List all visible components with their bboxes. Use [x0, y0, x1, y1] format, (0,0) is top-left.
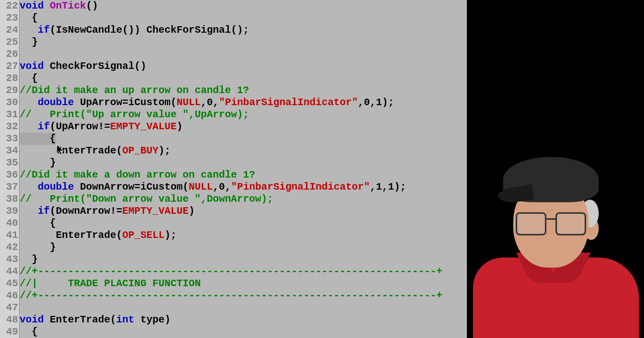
code-line[interactable]: 46//+-----------------------------------…: [0, 290, 467, 302]
code-line[interactable]: 38// Print("Down arrow value ",DownArrow…: [0, 193, 467, 205]
code-line[interactable]: 31// Print("Up arrow value ",UpArrow);: [0, 109, 467, 121]
code-line[interactable]: 45//| TRADE PLACING FUNCTION: [0, 278, 467, 290]
code-line[interactable]: 24 if(IsNewCandle()) CheckForSignal();: [0, 24, 467, 36]
line-number: 32: [0, 121, 20, 133]
code-line[interactable]: 26: [0, 48, 467, 60]
line-number: 29: [0, 84, 20, 97]
line-number: 37: [0, 181, 20, 193]
line-number: 30: [0, 97, 20, 109]
line-number: 26: [0, 48, 20, 60]
line-number: 31: [0, 109, 20, 121]
line-number: 46: [0, 290, 20, 302]
code-line[interactable]: 22void OnTick(): [0, 0, 467, 12]
line-number: 40: [0, 217, 20, 229]
line-number: 25: [0, 36, 20, 48]
code-line[interactable]: 34 EnterTrade(OP_BUY);: [0, 145, 467, 157]
line-number: 33: [0, 133, 20, 145]
code-content[interactable]: //Did it make an up arrow on candle 1?: [20, 84, 249, 97]
code-content[interactable]: //+-------------------------------------…: [20, 290, 442, 302]
line-number: 44: [0, 266, 20, 278]
code-content[interactable]: void OnTick(): [20, 0, 98, 12]
code-line[interactable]: 30 double UpArrow=iCustom(NULL,0,"Pinbar…: [0, 97, 467, 109]
presenter-figure: [473, 157, 639, 338]
code-line[interactable]: 37 double DownArrow=iCustom(NULL,0,"Pinb…: [0, 181, 467, 193]
code-content[interactable]: {: [20, 326, 38, 338]
code-line[interactable]: 35 }: [0, 157, 467, 169]
line-number: 24: [0, 24, 20, 36]
code-line[interactable]: 40 {: [0, 217, 467, 229]
code-content[interactable]: void EnterTrade(int type): [20, 314, 171, 326]
line-number: 27: [0, 60, 20, 72]
line-number: 49: [0, 326, 20, 338]
code-content[interactable]: void CheckForSignal(): [20, 60, 146, 72]
code-line[interactable]: 23 {: [0, 12, 467, 24]
code-line[interactable]: 47: [0, 302, 467, 314]
code-content[interactable]: //+-------------------------------------…: [20, 266, 442, 278]
code-content[interactable]: {: [20, 12, 38, 24]
code-content[interactable]: }: [20, 36, 38, 48]
line-number: 34: [0, 145, 20, 157]
code-content[interactable]: if(DownArrow!=EMPTY_VALUE): [20, 205, 195, 217]
code-content[interactable]: }: [20, 241, 56, 254]
webcam-overlay: [467, 0, 644, 338]
code-line[interactable]: 32 if(UpArrow!=EMPTY_VALUE): [0, 121, 467, 133]
line-number: 28: [0, 72, 20, 84]
code-content[interactable]: }: [20, 254, 38, 266]
code-line[interactable]: 25 }: [0, 36, 467, 48]
line-number: 41: [0, 229, 20, 241]
code-content[interactable]: }: [20, 157, 56, 169]
line-number: 38: [0, 193, 20, 205]
code-content[interactable]: // Print("Down arrow value ",DownArrow);: [20, 193, 273, 205]
code-content[interactable]: double UpArrow=iCustom(NULL,0,"PinbarSig…: [20, 97, 394, 109]
line-number: 48: [0, 314, 20, 326]
code-line[interactable]: 36//Did it make a down arrow on candle 1…: [0, 169, 467, 181]
code-line[interactable]: 33 {: [0, 133, 467, 145]
code-line[interactable]: 44//+-----------------------------------…: [0, 266, 467, 278]
line-number: 45: [0, 278, 20, 290]
code-line[interactable]: 48void EnterTrade(int type): [0, 314, 467, 326]
code-content[interactable]: double DownArrow=iCustom(NULL,0,"PinbarS…: [20, 181, 406, 193]
code-line[interactable]: 29//Did it make an up arrow on candle 1?: [0, 84, 467, 97]
code-line[interactable]: 39 if(DownArrow!=EMPTY_VALUE): [0, 205, 467, 217]
code-content[interactable]: //| TRADE PLACING FUNCTION: [20, 278, 201, 290]
code-content[interactable]: if(UpArrow!=EMPTY_VALUE): [20, 121, 183, 133]
code-line[interactable]: 41 EnterTrade(OP_SELL);: [0, 229, 467, 241]
code-content[interactable]: {: [20, 72, 38, 84]
code-line[interactable]: 43 }: [0, 254, 467, 266]
line-number: 23: [0, 12, 20, 24]
code-content[interactable]: {: [20, 133, 56, 145]
code-line[interactable]: 27void CheckForSignal(): [0, 60, 467, 72]
code-line[interactable]: 49 {: [0, 326, 467, 338]
code-editor[interactable]: 22void OnTick()23 {24 if(IsNewCandle()) …: [0, 0, 467, 338]
line-number: 35: [0, 157, 20, 169]
code-content[interactable]: EnterTrade(OP_SELL);: [20, 229, 177, 241]
code-content[interactable]: // Print("Up arrow value ",UpArrow);: [20, 109, 249, 121]
line-number: 36: [0, 169, 20, 181]
code-line[interactable]: 28 {: [0, 72, 467, 84]
code-line[interactable]: 42 }: [0, 241, 467, 254]
code-content[interactable]: if(IsNewCandle()) CheckForSignal();: [20, 24, 249, 36]
line-number: 43: [0, 254, 20, 266]
code-content[interactable]: {: [20, 217, 56, 229]
line-number: 22: [0, 0, 20, 12]
line-number: 39: [0, 205, 20, 217]
code-content[interactable]: //Did it make a down arrow on candle 1?: [20, 169, 255, 181]
line-number: 42: [0, 241, 20, 254]
code-content[interactable]: EnterTrade(OP_BUY);: [20, 145, 171, 157]
line-number: 47: [0, 302, 20, 314]
